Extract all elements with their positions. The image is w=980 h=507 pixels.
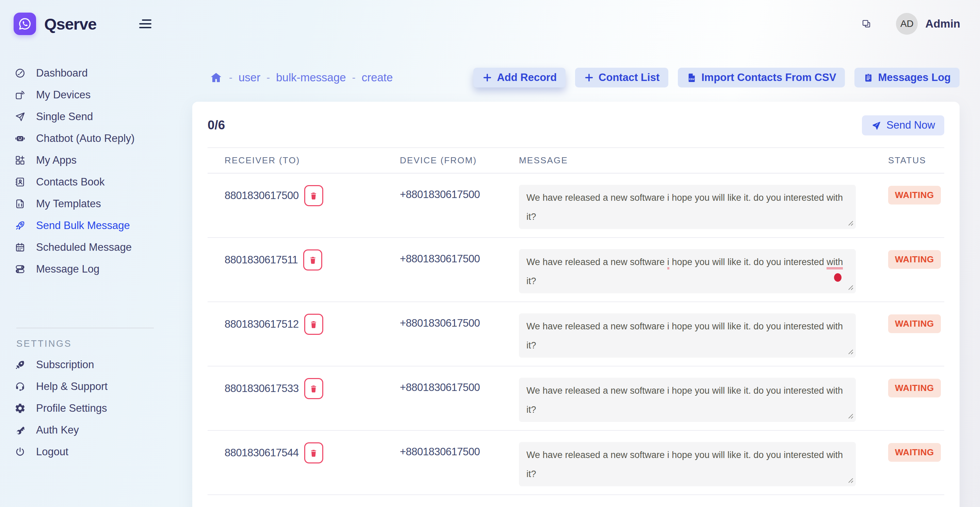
sidebar-item-auth-key[interactable]: Auth Key xyxy=(0,419,184,441)
import-contacts-csv-button[interactable]: CSVImport Contacts From CSV xyxy=(678,68,845,87)
sidebar-item-profile-settings[interactable]: Profile Settings xyxy=(0,397,184,419)
apps-grid-plus-icon xyxy=(14,154,26,166)
message-textarea[interactable]: We have released a new software i hope y… xyxy=(519,185,856,229)
brand[interactable]: Qserve xyxy=(14,13,96,35)
spellcheck-underline: i xyxy=(667,257,669,270)
delete-row-button[interactable] xyxy=(304,378,323,399)
action-button-label: Contact List xyxy=(598,72,659,84)
sidebar-settings-nav: SubscriptionHelp & SupportProfile Settin… xyxy=(0,354,184,463)
sidebar-item-my-templates[interactable]: My Templates xyxy=(0,193,184,215)
sidebar-item-label: Contacts Book xyxy=(36,176,105,188)
sidebar-item-message-log[interactable]: Message Log xyxy=(0,258,184,280)
resize-handle-icon[interactable] xyxy=(846,283,854,291)
table-body: 8801830617500+8801830617500We have relea… xyxy=(208,173,944,495)
sidebar-main-nav: DashboardMy DevicesSingle SendChatbot (A… xyxy=(0,62,184,280)
table-header-row: RECEIVER (TO)DEVICE (FROM)MESSAGESTATUS xyxy=(208,148,944,173)
brand-name: Qserve xyxy=(44,14,96,33)
toolbar-row: -user-bulk-message-create Add RecordCont… xyxy=(192,67,959,88)
receiver-cell: 8801830617533 xyxy=(208,367,383,430)
sidebar-item-label: Chatbot (Auto Reply) xyxy=(36,132,134,145)
device-cell: +8801830617500 xyxy=(383,431,502,494)
receiver-cell: 8801830617512 xyxy=(208,302,383,366)
table-row: 8801830617533+8801830617500We have relea… xyxy=(208,367,944,431)
status-badge: WAITING xyxy=(888,315,941,333)
table-row: 8801830617500+8801830617500We have relea… xyxy=(208,173,944,238)
sidebar-item-contacts-book[interactable]: Contacts Book xyxy=(0,171,184,193)
table-row: 8801830617511+8801830617500We have relea… xyxy=(208,238,944,302)
column-header: RECEIVER (TO) xyxy=(208,155,383,166)
sidebar-divider xyxy=(16,328,154,328)
sidebar-item-single-send[interactable]: Single Send xyxy=(0,106,184,127)
sidebar-item-help-support[interactable]: Help & Support xyxy=(0,376,184,397)
svg-text:CSV: CSV xyxy=(689,78,695,81)
status-badge: WAITING xyxy=(888,379,941,397)
message-textarea[interactable]: We have released a new software i hope y… xyxy=(519,249,856,293)
sidebar-item-label: Dashboard xyxy=(36,67,88,79)
delete-row-button[interactable] xyxy=(303,250,322,270)
send-filled-icon xyxy=(871,120,881,130)
gear-icon xyxy=(14,402,26,414)
rocket-filled-icon xyxy=(14,359,26,370)
device-cell: +8801830617500 xyxy=(383,238,502,302)
breadcrumb-item-user[interactable]: user xyxy=(239,71,260,84)
message-cell: We have released a new software i hope y… xyxy=(502,238,871,302)
resize-handle-icon[interactable] xyxy=(846,411,854,420)
breadcrumb-item-create[interactable]: create xyxy=(362,71,393,84)
action-button-label: Add Record xyxy=(497,72,557,84)
breadcrumb-item-bulk-message[interactable]: bulk-message xyxy=(276,71,346,84)
sidebar-item-my-apps[interactable]: My Apps xyxy=(0,149,184,171)
message-textarea[interactable]: We have released a new software i hope y… xyxy=(519,313,856,358)
sidebar-item-send-bulk-message[interactable]: Send Bulk Message xyxy=(0,215,184,237)
rocket-outline-icon xyxy=(14,220,26,231)
avatar[interactable]: AD xyxy=(896,13,918,35)
sidebar-item-label: My Apps xyxy=(36,154,76,166)
delete-row-button[interactable] xyxy=(304,442,323,463)
contacts-book-icon xyxy=(14,176,26,188)
sidebar-item-dashboard[interactable]: Dashboard xyxy=(0,62,184,84)
sidebar-item-label: Single Send xyxy=(36,111,93,123)
sidebar-item-logout[interactable]: Logout xyxy=(0,441,184,463)
overlap-windows-icon[interactable] xyxy=(861,19,872,29)
receiver-number: 8801830617500 xyxy=(224,185,299,206)
messages-log-button[interactable]: Messages Log xyxy=(854,68,959,87)
sidebar-item-label: Scheduled Message xyxy=(36,241,132,253)
sidebar-item-label: Logout xyxy=(36,446,68,458)
receiver-cell: 8801830617511 xyxy=(208,238,383,302)
resize-handle-icon[interactable] xyxy=(846,347,854,355)
power-icon xyxy=(14,446,26,458)
send-now-label: Send Now xyxy=(886,119,935,131)
send-now-button[interactable]: Send Now xyxy=(862,115,944,135)
sidebar-item-scheduled-message[interactable]: Scheduled Message xyxy=(0,237,184,258)
home-icon[interactable] xyxy=(209,71,223,84)
resize-handle-icon[interactable] xyxy=(846,475,854,484)
robot-icon xyxy=(14,133,26,144)
user-name: Admin xyxy=(925,17,960,30)
status-cell: WAITING xyxy=(871,238,944,302)
hamburger-icon[interactable] xyxy=(138,18,152,30)
delete-row-button[interactable] xyxy=(304,314,323,335)
device-cell: +8801830617500 xyxy=(383,302,502,366)
resize-handle-icon[interactable] xyxy=(846,218,854,227)
add-record-button[interactable]: Add Record xyxy=(473,68,566,87)
message-textarea[interactable]: We have released a new software i hope y… xyxy=(519,378,856,422)
delete-row-button[interactable] xyxy=(304,185,323,206)
settings-section-label: SETTINGS xyxy=(16,339,184,349)
status-badge: WAITING xyxy=(888,186,941,205)
topbar-right: AD Admin xyxy=(861,13,960,35)
breadcrumb-separator: - xyxy=(266,72,270,83)
trash-icon xyxy=(309,448,318,458)
column-header: DEVICE (FROM) xyxy=(383,155,502,166)
status-cell: WAITING xyxy=(871,431,944,494)
breadcrumb-separator: - xyxy=(229,72,232,83)
sidebar-item-subscription[interactable]: Subscription xyxy=(0,354,184,376)
sidebar-item-my-devices[interactable]: My Devices xyxy=(0,84,184,106)
message-textarea[interactable]: We have released a new software i hope y… xyxy=(519,442,856,486)
status-cell: WAITING xyxy=(871,173,944,237)
contact-list-button[interactable]: Contact List xyxy=(575,68,668,87)
sidebar-item-chatbot[interactable]: Chatbot (Auto Reply) xyxy=(0,127,184,149)
status-badge: WAITING xyxy=(888,443,941,462)
breadcrumb-separator: - xyxy=(352,72,356,83)
status-cell: WAITING xyxy=(871,367,944,430)
key-icon xyxy=(14,424,26,436)
progress-counter: 0/6 xyxy=(208,118,225,132)
